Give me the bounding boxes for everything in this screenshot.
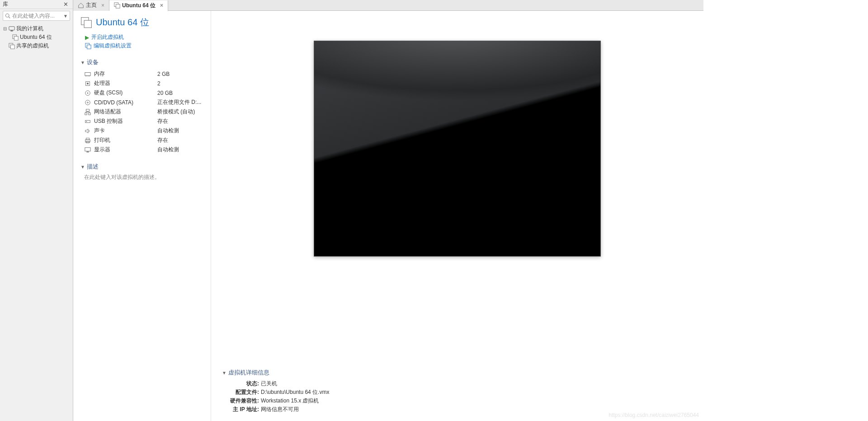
sound-icon — [84, 127, 91, 135]
tab-ubuntu-vm[interactable]: Ubuntu 64 位 × — [109, 0, 168, 11]
device-value: 正在使用文件 D:... — [157, 98, 201, 106]
power-on-link[interactable]: ▶ 开启此虚拟机 — [85, 33, 203, 42]
devices-section: ▼ 设备 内存 2 GB 处理器 2 硬盘 ( — [80, 58, 203, 154]
section-title: 描述 — [87, 163, 99, 171]
library-search-box[interactable]: ▼ — [3, 11, 70, 21]
device-value: 桥接模式 (自动) — [157, 108, 195, 116]
device-value: 20 GB — [157, 90, 173, 96]
detail-row-config: 配置文件: D:\ubuntu\Ubuntu 64 位.vmx — [222, 388, 696, 397]
tab-home[interactable]: 主页 × — [73, 0, 109, 11]
svg-point-0 — [6, 14, 9, 18]
svg-rect-26 — [85, 112, 87, 114]
vm-preview-thumbnail[interactable] — [314, 41, 601, 257]
library-search-input[interactable] — [12, 13, 62, 19]
memory-icon — [84, 70, 91, 78]
search-icon — [5, 13, 10, 19]
library-tree: ⊟ 我的计算机 Ubuntu 64 位 共享的虚拟 — [0, 23, 73, 52]
tab-label: Ubuntu 64 位 — [122, 2, 156, 9]
empty-expand — [3, 43, 7, 48]
tree-node-shared-vms[interactable]: 共享的虚拟机 — [1, 42, 72, 50]
device-label: 显示器 — [94, 146, 157, 154]
detail-label: 主 IP 地址: — [222, 406, 259, 413]
svg-rect-38 — [86, 151, 89, 152]
edit-settings-link[interactable]: 编辑虚拟机设置 — [85, 42, 203, 50]
detail-label: 状态: — [222, 380, 259, 388]
svg-rect-25 — [86, 109, 90, 111]
cpu-icon — [84, 80, 91, 87]
device-row-memory[interactable]: 内存 2 GB — [80, 69, 203, 79]
shared-icon — [9, 43, 15, 49]
device-label: 处理器 — [94, 80, 157, 87]
detail-label: 配置文件: — [222, 388, 259, 396]
svg-rect-3 — [10, 30, 13, 31]
svg-rect-11 — [84, 20, 91, 28]
device-row-disk[interactable]: 硬盘 (SCSI) 20 GB — [80, 88, 203, 98]
device-row-display[interactable]: 显示器 自动检测 — [80, 145, 203, 154]
detail-value: Workstation 15.x 虚拟机 — [261, 397, 319, 405]
device-row-cd[interactable]: CD/DVD (SATA) 正在使用文件 D:... — [80, 98, 203, 107]
device-label: 网络适配器 — [94, 108, 157, 116]
svg-line-1 — [9, 17, 10, 18]
detail-value: D:\ubuntu\Ubuntu 64 位.vmx — [261, 388, 329, 396]
device-label: CD/DVD (SATA) — [94, 99, 157, 106]
detail-label: 硬件兼容性: — [222, 397, 259, 405]
tree-node-ubuntu-vm[interactable]: Ubuntu 64 位 — [9, 33, 72, 42]
library-title: 库 — [3, 0, 8, 8]
detail-row-ip: 主 IP 地址: 网络信息不可用 — [222, 405, 696, 414]
tree-label: 共享的虚拟机 — [16, 42, 49, 50]
tree-label: Ubuntu 64 位 — [20, 33, 52, 41]
main-area: 主页 × Ubuntu 64 位 × Ubuntu 64 位 — [73, 0, 703, 421]
vm-icon — [114, 2, 120, 9]
library-close-button[interactable]: ✕ — [61, 1, 70, 8]
detail-value: 网络信息不可用 — [261, 406, 299, 413]
device-label: 打印机 — [94, 136, 157, 144]
home-icon — [78, 2, 84, 9]
device-row-cpu[interactable]: 处理器 2 — [80, 79, 203, 88]
collapse-icon[interactable]: ⊟ — [3, 26, 7, 31]
svg-rect-5 — [14, 36, 18, 40]
device-label: USB 控制器 — [94, 117, 157, 125]
tab-bar: 主页 × Ubuntu 64 位 × — [73, 0, 703, 11]
svg-rect-14 — [85, 72, 90, 75]
devices-section-header[interactable]: ▼ 设备 — [80, 58, 203, 66]
power-on-label: 开启此虚拟机 — [91, 33, 124, 41]
chevron-down-icon: ▼ — [80, 164, 85, 169]
device-value: 存在 — [157, 117, 168, 125]
tree-node-my-computer[interactable]: ⊟ 我的计算机 — [1, 24, 72, 33]
svg-rect-32 — [85, 120, 90, 122]
description-section: ▼ 描述 在此处键入对该虚拟机的描述。 — [80, 163, 203, 181]
vm-icon — [12, 34, 19, 41]
device-value: 存在 — [157, 136, 168, 144]
svg-rect-13 — [87, 45, 91, 49]
details-section-header[interactable]: ▼ 虚拟机详细信息 — [222, 369, 696, 377]
device-label: 声卡 — [94, 127, 157, 135]
svg-rect-37 — [85, 147, 90, 151]
tree-label: 我的计算机 — [16, 25, 43, 33]
section-title: 虚拟机详细信息 — [228, 369, 269, 377]
device-value: 自动检测 — [157, 146, 179, 154]
device-value: 2 GB — [157, 71, 170, 77]
vm-title: Ubuntu 64 位 — [96, 16, 149, 28]
device-row-network[interactable]: 网络适配器 桥接模式 (自动) — [80, 107, 203, 117]
play-icon: ▶ — [85, 34, 89, 41]
device-value: 自动检测 — [157, 127, 179, 135]
settings-icon — [85, 43, 91, 49]
device-row-sound[interactable]: 声卡 自动检测 — [80, 126, 203, 136]
tab-label: 主页 — [86, 1, 97, 9]
search-dropdown-icon[interactable]: ▼ — [63, 14, 68, 19]
device-row-printer[interactable]: 打印机 存在 — [80, 136, 203, 145]
device-value: 2 — [157, 80, 160, 87]
detail-row-state: 状态: 已关机 — [222, 379, 696, 388]
device-label: 内存 — [94, 70, 157, 78]
svg-rect-9 — [116, 4, 120, 8]
tab-close-icon[interactable]: × — [101, 2, 104, 9]
chevron-down-icon: ▼ — [80, 60, 85, 65]
svg-rect-35 — [86, 138, 90, 140]
description-section-header[interactable]: ▼ 描述 — [80, 163, 203, 171]
tab-close-icon[interactable]: × — [160, 2, 163, 9]
device-row-usb[interactable]: USB 控制器 存在 — [80, 117, 203, 126]
vm-summary-panel: Ubuntu 64 位 ▶ 开启此虚拟机 编辑虚拟机设置 ▼ 设备 — [73, 11, 211, 421]
section-title: 设备 — [87, 58, 99, 66]
library-header: 库 ✕ — [0, 0, 73, 9]
description-placeholder[interactable]: 在此处键入对该虚拟机的描述。 — [80, 173, 203, 181]
